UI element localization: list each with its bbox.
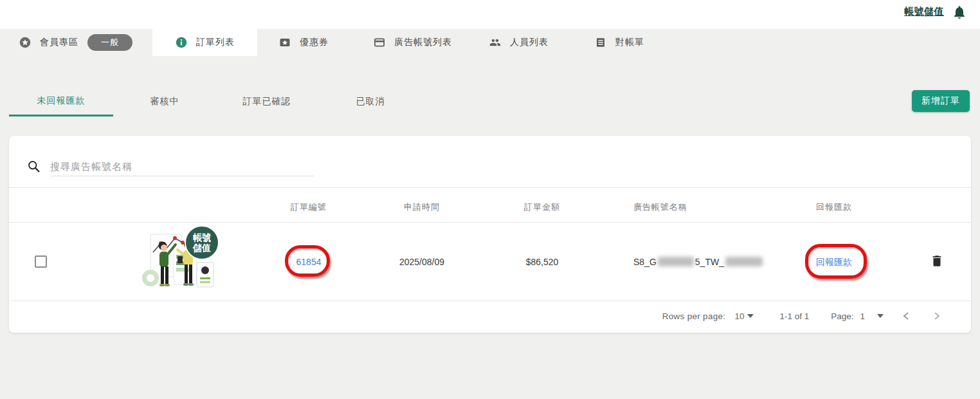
divider [9, 187, 971, 188]
rows-per-page-label: Rows per page: [662, 311, 726, 321]
tab-under-review[interactable]: 審核中 [113, 87, 217, 116]
tab-unreported-remittance[interactable]: 未回報匯款 [9, 87, 113, 116]
account-name-prefix: S8_G [633, 257, 657, 267]
account-topup-link[interactable]: 帳號儲值 [904, 6, 944, 18]
nav-item-label: 訂單列表 [196, 37, 235, 48]
previous-page-button[interactable] [898, 308, 914, 324]
receipt-icon [595, 37, 606, 48]
nav-item-label: 人員列表 [510, 37, 549, 48]
amount-value: $86,520 [497, 257, 587, 267]
applied-at-value: 2025/08/09 [370, 257, 473, 267]
rows-per-page-select[interactable]: 10 [734, 311, 754, 321]
rows-per-page-value: 10 [734, 311, 744, 321]
nav-item-coupons[interactable]: 優惠券 [279, 29, 329, 56]
header-amount: 訂單金額 [497, 201, 587, 213]
header-report: 回報匯款 [789, 201, 879, 213]
row-checkbox[interactable] [35, 255, 47, 268]
header-account-name: 廣告帳號名稱 [633, 201, 801, 213]
delete-row-button[interactable] [930, 254, 944, 268]
topup-badge: 帳號 儲值 [185, 226, 219, 259]
info-icon [176, 37, 187, 48]
nav-item-member-area[interactable]: 會員專區 一般 [19, 29, 132, 56]
star-circle-icon [19, 37, 31, 48]
account-name-value: S8_G5_TW_ [633, 257, 801, 268]
divider [9, 222, 971, 223]
trash-icon [930, 259, 944, 270]
order-status-tabs: 未回報匯款 審核中 訂單已確認 已取消 [0, 87, 514, 118]
page-label: Page: [831, 311, 853, 321]
bell-icon [952, 12, 967, 23]
account-name-middle: 5_TW_ [695, 257, 724, 267]
nav-item-ad-accounts[interactable]: 廣告帳號列表 [374, 29, 452, 56]
next-page-button[interactable] [929, 308, 945, 324]
tab-order-confirmed[interactable]: 訂單已確認 [215, 87, 319, 116]
chevron-down-icon [877, 314, 884, 318]
topbar: 帳號儲值 [0, 0, 980, 29]
nav-item-label: 廣告帳號列表 [394, 37, 452, 48]
main-navbar: 會員專區 一般 訂單列表 優惠券 廣告帳號列表 [0, 29, 980, 56]
search-icon [27, 160, 41, 173]
svg-text:儲值: 儲值 [192, 243, 211, 253]
svg-text:帳號: 帳號 [193, 232, 211, 243]
notifications-button[interactable] [952, 4, 967, 21]
nav-item-staff-list[interactable]: 人員列表 [489, 29, 549, 56]
nav-item-label: 會員專區 [40, 37, 78, 48]
nav-item-order-list[interactable]: 訂單列表 [176, 29, 235, 56]
new-order-button[interactable]: 新增訂單 [912, 90, 970, 112]
chevron-down-icon [747, 314, 754, 318]
people-icon [489, 37, 501, 48]
member-tier-badge: 一般 [87, 34, 132, 51]
page-value: 1 [860, 311, 865, 321]
pagination: Rows per page: 10 1-1 of 1 Page: 1 [662, 305, 945, 327]
ticket-star-icon [279, 37, 291, 48]
nav-item-label: 對帳單 [615, 37, 644, 48]
search-input[interactable] [50, 157, 314, 176]
header-applied-at: 申請時間 [370, 201, 473, 213]
page-select[interactable] [874, 314, 884, 318]
report-remittance-link[interactable]: 回報匯款 [816, 257, 852, 267]
divider [9, 301, 971, 301]
orders-card: 訂單編號 申請時間 訂單金額 廣告帳號名稱 回報匯款 [9, 136, 971, 333]
tab-cancelled[interactable]: 已取消 [318, 87, 422, 116]
order-id-link[interactable]: 61854 [296, 257, 322, 267]
header-order-id: 訂單編號 [264, 201, 354, 213]
nav-item-statements[interactable]: 對帳單 [595, 29, 644, 56]
credit-card-icon [374, 37, 385, 48]
redacted-segment [658, 257, 694, 266]
redacted-segment [725, 257, 763, 266]
top-up-illustration: 帳號 儲值 [138, 225, 219, 299]
nav-item-label: 優惠券 [300, 37, 329, 48]
pagination-range: 1-1 of 1 [779, 311, 809, 321]
